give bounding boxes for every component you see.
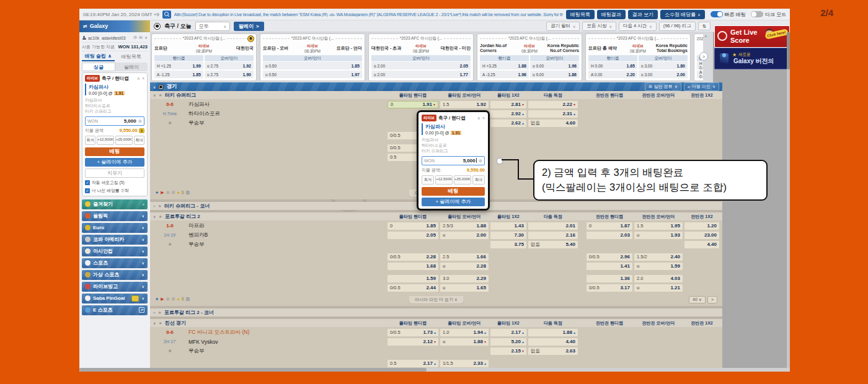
filter-dropdown[interactable]: 경기 필터∨ [546, 22, 580, 31]
tab-배팅 슬립[interactable]: 배팅 슬립∧ [82, 51, 115, 61]
odds-cell[interactable]: 1.20 [684, 222, 719, 230]
table-tool-dropdown[interactable]: ≡더블 라인∨ [684, 82, 719, 91]
chart-icon[interactable]: ▥ [186, 190, 190, 195]
odds-cell[interactable]: 0/0.53.17 [587, 284, 632, 292]
filter-dropdown[interactable]: 다음 4 시간∨ [619, 22, 657, 31]
collapse-icon[interactable]: > [153, 204, 156, 208]
odds-cell[interactable]: 2.05 [388, 232, 438, 239]
collapse-icon[interactable]: > [153, 311, 156, 315]
odds-cell[interactable]: 0/0.52.44 [388, 284, 438, 292]
odds-cell[interactable]: u1.88▾ [440, 338, 489, 346]
sidebar-item-가상 스포츠[interactable]: 가상 스포츠∨ [82, 270, 148, 280]
horizontal-scrollbar[interactable] [79, 368, 790, 372]
odds-cell[interactable]: 1.59 [388, 275, 438, 282]
sidebar-item-코파 아메리카[interactable]: 코파 아메리카∨ [82, 235, 148, 245]
odds-cell[interactable]: 7.30 [490, 232, 526, 239]
topbar-button[interactable]: 배팅결과 [597, 10, 626, 19]
sidebar-item-스포츠[interactable]: 스포츠∨ [82, 258, 148, 268]
close-icon[interactable]: × [142, 76, 144, 81]
odds-cell[interactable]: u 2.751.90 [205, 71, 254, 78]
odds-cell[interactable]: 01.91▾ [388, 101, 438, 108]
clear-input-icon[interactable]: ⊗ [479, 158, 482, 164]
odds-cell[interactable]: 1.88▴ [528, 329, 578, 336]
odds-cell[interactable]: o 2.751.92 [205, 62, 254, 69]
odds-cell[interactable]: 5.20▴ [490, 338, 526, 346]
quick-amount-button[interactable]: 최대 [134, 136, 144, 145]
odds-cell[interactable]: u1.65 [440, 284, 489, 292]
star-icon[interactable]: ★ [155, 190, 159, 195]
checkbox-row[interactable]: ✓자동 새로고침 (5) [85, 180, 144, 186]
league-row[interactable]: >★포르투갈 리그 2 - 코너 [150, 308, 722, 316]
sidebar-item-올림픽[interactable]: 올림픽∨ [82, 211, 148, 221]
checkbox-checked[interactable]: ✓ [85, 180, 90, 185]
add-parlay-button[interactable]: + 팔레이에 추가 [422, 198, 485, 206]
close-icon[interactable]: × [482, 116, 485, 120]
odds-cell[interactable]: H 0.00 [697, 62, 703, 69]
odds-cell[interactable]: u2.00 [440, 232, 489, 239]
filter-dropdown[interactable]: (96 / 96) 리그 [659, 22, 696, 31]
odds-cell[interactable]: 1.43 [490, 222, 526, 230]
play-icon[interactable]: ▶ [161, 190, 164, 195]
chart-icon[interactable]: ▥ [186, 297, 190, 302]
dollar-icon[interactable]: $ [182, 190, 184, 195]
competition-select[interactable]: 모두 ∨ [195, 22, 230, 31]
odds-cell[interactable]: A 0.00 [697, 71, 703, 78]
sidebar-item-아시안컵[interactable]: 아시안컵∨ [82, 247, 148, 256]
odds-cell[interactable]: A 0.002.20 [588, 71, 637, 78]
topbar-button[interactable]: 결과 보기 [628, 10, 658, 19]
odds-cell[interactable]: 0/0.52.96 [587, 253, 632, 261]
odds-cell[interactable]: 1.68 [388, 263, 438, 270]
quick-amount-button[interactable]: +25,000K [115, 136, 133, 145]
toggle-off[interactable]: 다크 모드 [751, 11, 786, 18]
odds-cell[interactable]: H 0.001.65 [588, 62, 637, 69]
quick-amount-button[interactable]: 최저 [422, 175, 434, 185]
odds-cell[interactable]: o 0.501.85 [263, 62, 362, 69]
favorite-star-icon[interactable]: ★ [167, 242, 172, 247]
grid-icon[interactable]: ⊞ [172, 190, 175, 195]
odds-cell[interactable]: 1.51.95 [634, 222, 683, 230]
topbar-button[interactable]: 소수점 배당률∨ [660, 10, 705, 19]
currency-badge[interactable]: $ [139, 128, 144, 133]
circle-x-icon[interactable]: ⊗ [166, 297, 170, 302]
odds-cell[interactable]: u2.28 [440, 263, 489, 270]
tab-배팅목록[interactable]: 배팅목록 [115, 51, 148, 61]
league-row[interactable]: ∨★포르투갈 리그 2풀타임 핸디캡풀타임 오버/언더풀타임 1X2다음 득점전… [150, 212, 722, 220]
odds-cell[interactable]: 4.40 [528, 338, 578, 346]
live-score-banner[interactable]: Get Live Score Click here! [714, 25, 790, 48]
odds-cell[interactable]: u1.59 [634, 263, 683, 270]
odds-cell[interactable]: o 3.001.80 [639, 62, 688, 69]
odds-cell[interactable]: 2.22▾ [528, 101, 578, 108]
quick-amount-button[interactable]: +12,500K [97, 136, 114, 145]
odds-cell[interactable]: 4.40 [684, 241, 719, 248]
play-icon[interactable]: ▶ [161, 297, 164, 302]
cards-close-button[interactable]: × [704, 33, 707, 39]
odds-cell[interactable]: 0/0.51.73▴ [388, 329, 438, 336]
bet-button[interactable]: 배팅 [422, 187, 485, 196]
brand-logo[interactable]: ⇄ Galaxy [79, 20, 150, 32]
chevron-down-icon[interactable]: ∨ [144, 35, 148, 40]
collapse-icon[interactable]: ∧ [477, 116, 480, 121]
odds-cell[interactable]: 2.01 [528, 222, 578, 230]
odds-cell[interactable]: u 9.001.86 [530, 71, 579, 78]
cards-next-button[interactable]: > [699, 52, 708, 61]
collapse-icon[interactable]: ∨ [153, 93, 156, 97]
odds-cell[interactable]: 3.75 [490, 241, 526, 248]
trophy-icon[interactable]: ● [177, 297, 179, 302]
scrollbar-thumb[interactable] [787, 32, 790, 69]
sidebar-item-E 스포츠[interactable]: E 스포츠↗ [82, 305, 148, 315]
filter-dropdown[interactable]: 모든 시장∨ [582, 22, 616, 31]
odds-cell[interactable]: H +1.251.99 [154, 62, 203, 69]
odds-cell[interactable]: 1.36 [587, 275, 632, 282]
odds-cell[interactable]: u1.21 [634, 284, 683, 292]
add-parlay-button[interactable]: + 팔레이에 추가 [85, 158, 144, 167]
more-lines-button[interactable]: 아시아 라인 더 보기 ∨ [408, 296, 464, 304]
league-row[interactable]: ∨★친선 경기풀타임 핸디캡풀타임 오버/언더풀타임 1X2다음 득점전반전 핸… [150, 319, 722, 327]
odds-cell[interactable]: 2.31▴ [528, 110, 578, 118]
odds-cell[interactable]: 2.17▴ [490, 329, 526, 336]
odds-cell[interactable]: 1.01.94▴ [440, 329, 489, 336]
odds-cell[interactable]: 2.16 [528, 232, 578, 239]
sidebar-item-Euro[interactable]: Euro∨ [82, 223, 148, 233]
bet-button[interactable]: 배팅 [85, 147, 144, 156]
subtab-싱글[interactable]: 싱글 [82, 63, 115, 71]
odds-cell[interactable]: 0/0.52.28 [388, 253, 438, 261]
